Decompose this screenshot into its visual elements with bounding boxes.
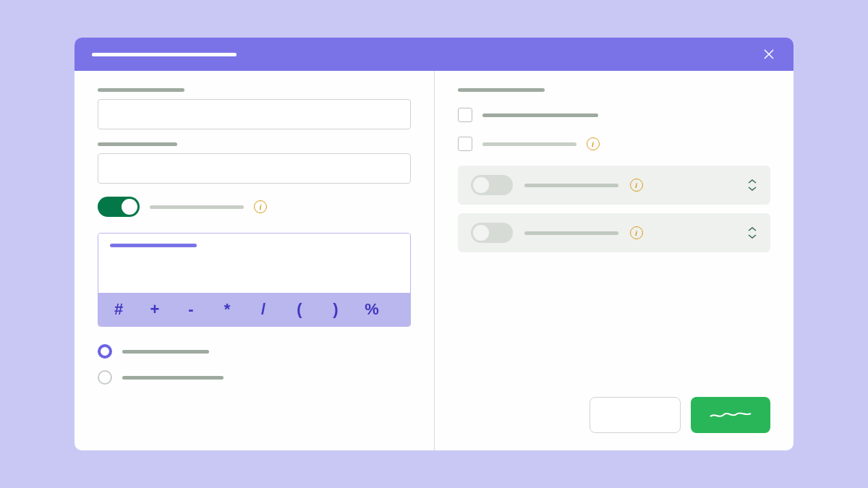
operator-plus[interactable]: + — [146, 300, 163, 319]
toggle-knob — [473, 177, 489, 193]
field-2-input[interactable] — [98, 153, 411, 184]
field-group-2 — [98, 142, 411, 184]
toggle-card-1-label — [524, 184, 618, 187]
toggle-1-label — [150, 205, 244, 209]
field-2-label — [98, 142, 177, 146]
section-label — [458, 88, 545, 92]
operator-multiply[interactable]: * — [218, 300, 236, 319]
formula-label — [110, 244, 197, 247]
info-icon[interactable]: i — [254, 200, 267, 213]
stepper-1[interactable] — [747, 179, 757, 192]
right-column: i i i — [435, 71, 794, 450]
radio-option-2[interactable] — [98, 370, 112, 385]
checkbox-row-1 — [458, 108, 771, 122]
operator-divide[interactable]: / — [255, 300, 272, 319]
submit-button[interactable] — [691, 397, 770, 433]
radio-2-label — [122, 376, 224, 380]
toggle-card-1: i — [458, 166, 771, 205]
chevron-up-icon — [747, 226, 757, 232]
toggle-1[interactable] — [98, 197, 140, 217]
formula-input[interactable] — [98, 234, 410, 293]
field-1-input[interactable] — [98, 99, 411, 129]
modal-dialog: i # + - * / ( ) % — [75, 38, 793, 450]
checkbox-2-label — [482, 142, 576, 146]
radio-option-1[interactable] — [98, 344, 112, 359]
radio-row-2 — [98, 370, 411, 385]
info-icon[interactable]: i — [630, 226, 643, 239]
operator-lparen[interactable]: ( — [291, 300, 308, 319]
checkbox-1[interactable] — [458, 108, 472, 122]
toggle-card-2-label — [524, 231, 618, 235]
toggle-row-1: i — [98, 197, 411, 217]
formula-box: # + - * / ( ) % — [98, 233, 411, 327]
squiggle-icon — [709, 409, 752, 421]
toggle-card-2-toggle[interactable] — [471, 223, 513, 243]
action-buttons — [458, 397, 771, 433]
operator-hash[interactable]: # — [110, 300, 127, 319]
toggle-knob — [473, 225, 489, 241]
modal-title — [92, 53, 237, 56]
toggle-card-1-toggle[interactable] — [471, 175, 513, 195]
modal-body: i # + - * / ( ) % — [75, 71, 793, 450]
field-1-label — [98, 88, 184, 92]
radio-1-label — [122, 350, 209, 354]
field-group-1 — [98, 88, 411, 129]
chevron-up-icon — [747, 179, 757, 184]
operator-minus[interactable]: - — [182, 300, 200, 319]
info-icon[interactable]: i — [630, 179, 643, 192]
operator-percent[interactable]: % — [363, 300, 380, 319]
toggle-card-2: i — [458, 213, 771, 252]
close-button[interactable] — [762, 47, 776, 61]
cancel-button[interactable] — [590, 397, 681, 433]
operator-rparen[interactable]: ) — [327, 300, 344, 319]
radio-row-1 — [98, 344, 411, 359]
operator-bar: # + - * / ( ) % — [98, 293, 410, 326]
modal-header — [75, 38, 793, 71]
chevron-down-icon — [747, 234, 757, 239]
left-column: i # + - * / ( ) % — [75, 71, 435, 450]
close-icon — [763, 48, 775, 60]
chevron-down-icon — [747, 186, 757, 192]
toggle-knob — [122, 199, 137, 215]
checkbox-2[interactable] — [458, 137, 472, 151]
radio-group — [98, 344, 411, 385]
info-icon[interactable]: i — [587, 137, 600, 150]
checkbox-row-2: i — [458, 137, 771, 151]
checkbox-1-label — [482, 114, 598, 117]
stepper-2[interactable] — [747, 226, 757, 239]
